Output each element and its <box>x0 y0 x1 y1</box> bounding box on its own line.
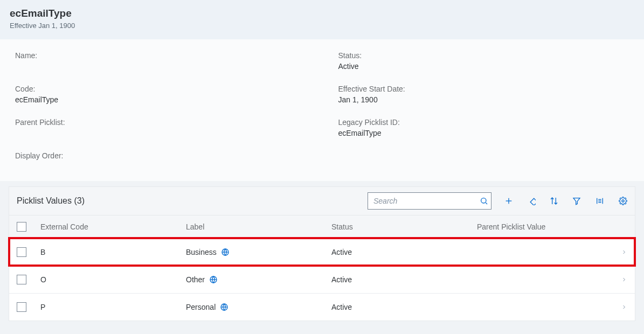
row-checkbox[interactable] <box>17 302 26 312</box>
settings-icon[interactable] <box>619 197 627 205</box>
field-legacy-id-label: Legacy Picklist ID: <box>338 118 640 127</box>
row-code: P <box>40 303 186 311</box>
col-parent-picklist-value[interactable]: Parent Picklist Value <box>477 222 611 231</box>
select-all-checkbox[interactable] <box>17 222 26 232</box>
row-status: Active <box>331 303 477 311</box>
row-code: O <box>40 275 186 284</box>
search-input[interactable] <box>368 192 491 210</box>
page-subtitle: Effective Jan 1, 1900 <box>10 22 634 30</box>
section-header: Picklist Values (3) <box>9 187 635 215</box>
field-effective-start-value: Jan 1, 1900 <box>338 95 640 104</box>
svg-point-9 <box>622 200 624 202</box>
table-row[interactable]: O Other Active <box>9 266 635 293</box>
field-code: Code: ecEmailType <box>15 85 317 104</box>
sort-icon[interactable] <box>550 197 558 205</box>
field-status: Status: Active <box>338 51 640 71</box>
field-effective-start: Effective Start Date: Jan 1, 1900 <box>338 85 640 104</box>
table-row[interactable]: B Business Active <box>9 238 635 266</box>
globe-icon[interactable] <box>221 248 230 256</box>
row-label: Other <box>186 275 205 284</box>
field-display-order-label: Display Order: <box>15 151 317 160</box>
row-code: B <box>40 248 186 256</box>
globe-icon[interactable] <box>220 303 228 311</box>
svg-point-0 <box>481 198 486 203</box>
svg-line-1 <box>486 203 487 204</box>
field-code-label: Code: <box>15 85 317 93</box>
col-status[interactable]: Status <box>331 222 477 231</box>
row-label: Business <box>186 248 217 256</box>
search-wrap <box>368 192 491 210</box>
chevron-right-icon[interactable] <box>611 249 627 255</box>
details-panel: Name: Status: Active Code: ecEmailType E… <box>0 39 644 181</box>
row-status: Active <box>331 248 477 256</box>
svg-marker-5 <box>573 198 580 205</box>
col-external-code[interactable]: External Code <box>40 222 186 231</box>
chevron-right-icon[interactable] <box>611 276 627 283</box>
search-icon[interactable] <box>480 197 488 205</box>
field-status-label: Status: <box>338 51 640 60</box>
page-header: ecEmailType Effective Jan 1, 1900 <box>0 0 644 39</box>
picklist-values-section: Picklist Values (3) <box>9 186 635 321</box>
table-header-row: External Code Label Status Parent Pickli… <box>9 215 635 238</box>
row-label: Personal <box>186 303 216 311</box>
col-label[interactable]: Label <box>186 222 331 231</box>
diamond-icon[interactable] <box>527 197 536 205</box>
globe-icon[interactable] <box>209 275 218 284</box>
field-effective-start-label: Effective Start Date: <box>338 85 640 93</box>
add-icon[interactable] <box>504 197 513 205</box>
page-title: ecEmailType <box>10 8 634 19</box>
field-name-label: Name: <box>15 51 317 60</box>
toolbar-icons <box>504 197 627 205</box>
section-tools <box>368 192 627 210</box>
table-row[interactable]: P Personal Active <box>9 293 635 321</box>
row-checkbox[interactable] <box>17 275 26 284</box>
field-name: Name: <box>15 51 317 71</box>
chevron-right-icon[interactable] <box>611 304 627 310</box>
field-parent-picklist: Parent Picklist: <box>15 118 317 137</box>
svg-rect-4 <box>530 198 536 205</box>
field-display-order: Display Order: <box>15 151 317 162</box>
row-checkbox[interactable] <box>17 247 26 257</box>
details-icon[interactable] <box>595 197 605 205</box>
field-status-value: Active <box>338 62 640 71</box>
field-legacy-id-value: ecEmailType <box>338 129 640 137</box>
row-status: Active <box>331 275 477 284</box>
section-title: Picklist Values (3) <box>17 196 85 206</box>
field-code-value: ecEmailType <box>15 95 317 104</box>
field-legacy-id: Legacy Picklist ID: ecEmailType <box>338 118 640 137</box>
field-parent-picklist-label: Parent Picklist: <box>15 118 317 127</box>
filter-icon[interactable] <box>572 197 581 205</box>
